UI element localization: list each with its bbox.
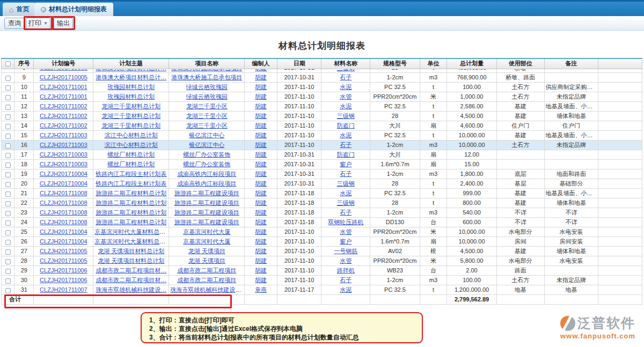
cell-material-link[interactable]: 三级钢 [337,200,355,206]
table-row-clipped[interactable]: 8CLZJH201710005港珠澳大桥项目材料总计…港珠澳大桥施工总承包项目胡… [2,69,642,72]
table-row[interactable]: 22CLZJH201711008旅游路二期工程材料总计划旅游路二期工程建设项目胡… [2,198,642,208]
cell-material-link[interactable]: 水管 [340,93,352,100]
cell-compiler-link[interactable]: 胡建 [255,84,267,90]
table-row[interactable]: 24CLZJH201711008旅游路二期工程材料总计划旅游路二期工程建设项目胡… [2,217,642,227]
cell-plan-no-link[interactable]: CLZJH201711003 [40,132,87,138]
cell-plan-no-link[interactable]: CLZJH201711001 [40,84,87,90]
cell-project-link[interactable]: 旅游路二期工程建设项目 [174,209,239,216]
cell-plan-no-link[interactable]: CLZJH201711005 [40,248,87,254]
cell-project-link[interactable]: 成都市政二期工程项目 [177,277,236,283]
cell-project-link[interactable]: 旅游路二期工程建设项目 [174,219,239,225]
cell-material-link[interactable]: 水泥 [340,84,352,90]
cell-subject-link[interactable]: 螺丝厂材料总计划 [107,161,155,167]
cell-subject-link[interactable]: 京基滨河时代大厦材料总计划 [94,228,169,235]
cell-project-link[interactable]: 龙湖三千里小区 [186,122,228,129]
cell-material-link[interactable]: 窗户 [340,238,352,245]
cell-compiler-link[interactable]: 胡建 [255,74,267,80]
cell-project-link[interactable]: 绿城云栖玫瑰园 [186,93,228,100]
row-checkbox[interactable] [5,95,11,100]
cell-subject-link[interactable]: 旅游路二期工程材料总计划 [96,209,166,216]
print-button[interactable]: 打印 ▼ [26,18,50,29]
table-row[interactable]: 18CLZJH201710003螺丝厂材料总计划螺丝厂办公室装饰胡建2017-1… [2,159,642,169]
row-checkbox[interactable] [5,163,11,168]
table-row[interactable]: 14CLZJH201711002龙湖三千里材料总计划龙湖三千里小区胡建2017-… [2,121,642,130]
row-checkbox[interactable] [5,230,11,235]
cell-material-link[interactable]: 窗户 [340,161,352,167]
cell-project-link[interactable]: 银亿滨江中心 [189,132,224,138]
row-checkbox[interactable] [5,172,11,178]
cell-material-link[interactable]: 防盗门 [337,151,355,158]
cell-plan-no-link[interactable]: CLZJH201710004 [40,180,87,187]
cell-subject-link[interactable]: 玫瑰园材料总计划 [107,84,155,90]
cell-material-link[interactable]: 三级钢 [337,69,355,71]
cell-compiler-link[interactable]: 胡建 [255,277,267,283]
cell-plan-no-link[interactable]: CLZJH201710004 [40,171,87,177]
export-button[interactable]: 输出 [54,18,73,29]
cell-material-link[interactable]: 水泥 [340,190,352,196]
cell-plan-no-link[interactable]: CLZJH201711004 [40,228,87,235]
cell-project-link[interactable]: 螺丝厂办公室装饰 [183,161,230,167]
cell-plan-no-link[interactable]: CLZJH201711006 [40,277,87,283]
table-row[interactable]: 29CLZJH201711006成都市政二期工程项目材…成都市政二期工程项目胡建… [2,265,642,275]
cell-compiler-link[interactable]: 胡建 [255,103,267,109]
cell-compiler-link[interactable]: 胡建 [255,228,267,235]
cell-compiler-link[interactable]: 章燕 [255,286,267,293]
cell-subject-link[interactable]: 珠海市双雄机械科技建设… [96,286,166,293]
table-row[interactable]: 25CLZJH201711004京基滨河时代大厦材料总计划京基滨河时代大厦胡建2… [2,227,642,237]
tab-material-report[interactable]: 材料总计划明细报表 × [34,3,113,16]
cell-compiler-link[interactable]: 胡建 [255,69,267,71]
row-checkbox[interactable] [5,278,11,284]
cell-compiler-link[interactable]: 胡建 [255,132,267,138]
cell-compiler-link[interactable]: 胡建 [255,248,267,254]
cell-plan-no-link[interactable]: CLZJH201711001 [40,93,87,100]
cell-material-link[interactable]: 路拌机 [337,267,355,274]
cell-project-link[interactable]: 京基滨河时代大厦 [183,228,230,235]
table-row[interactable]: 23CLZJH201711008旅游路二期工程材料总计划旅游路二期工程建设项目胡… [2,208,642,217]
cell-project-link[interactable]: 港珠澳大桥施工总承包项目 [171,69,242,71]
table-row[interactable]: 17CLZJH201710003螺丝厂材料总计划螺丝厂办公室装饰胡建2017-1… [2,150,642,159]
cell-project-link[interactable]: 旅游路二期工程建设项目 [174,200,239,206]
cell-project-link[interactable]: 龙湖 天璞项目 [188,257,225,264]
table-row[interactable]: 26CLZJH201711004京基滨河时代大厦材料总计划京基滨河时代大厦胡建2… [2,237,642,246]
cell-project-link[interactable]: 螺丝厂办公室装饰 [183,151,230,158]
row-checkbox[interactable] [5,259,11,264]
cell-subject-link[interactable]: 成都市政二期工程项目材… [96,277,166,283]
cell-project-link[interactable]: 珠海市双雄机械科技建设项目 [170,286,245,293]
cell-project-link[interactable]: 成渝高铁内江标段项目 [177,180,236,187]
cell-plan-no-link[interactable]: CLZJH201710005 [40,74,87,80]
cell-subject-link[interactable]: 滨江中心材料总计划 [105,132,158,138]
cell-compiler-link[interactable]: 胡建 [255,113,267,119]
cell-material-link[interactable]: 水泥 [340,132,352,138]
cell-plan-no-link[interactable]: CLZJH201711005 [40,257,87,264]
cell-plan-no-link[interactable]: CLZJH201711002 [40,122,87,129]
cell-material-link[interactable]: 水管 [340,228,352,235]
cell-subject-link[interactable]: 旅游路二期工程材料总计划 [96,190,166,196]
cell-compiler-link[interactable]: 胡建 [255,257,267,264]
cell-project-link[interactable]: 成都市政二期工程项目 [177,267,236,274]
row-checkbox[interactable] [5,240,11,245]
cell-plan-no-link[interactable]: CLZJH201711008 [40,209,87,216]
cell-compiler-link[interactable]: 胡建 [255,190,267,196]
row-checkbox[interactable] [5,211,11,216]
cell-material-link[interactable]: 水泥 [340,286,352,293]
table-row[interactable]: 10CLZJH201711001玫瑰园材料总计划绿城云栖玫瑰园胡建2017-11… [2,82,642,92]
table-row[interactable]: 21CLZJH201711008旅游路二期工程材料总计划旅游路二期工程建设项目胡… [2,188,642,198]
row-checkbox[interactable] [5,191,11,197]
row-checkbox[interactable] [5,220,11,226]
cell-compiler-link[interactable]: 胡建 [255,171,267,177]
cell-compiler-link[interactable]: 胡建 [255,161,267,167]
cell-material-link[interactable]: 一号钢筋 [334,248,357,254]
cell-subject-link[interactable]: 港珠澳大桥项目材料总计… [96,69,166,71]
cell-material-link[interactable]: 石子 [340,171,352,177]
cell-material-link[interactable]: 石子 [340,142,352,148]
cell-subject-link[interactable]: 玫瑰园材料总计划 [107,93,155,100]
cell-plan-no-link[interactable]: CLZJH201711007 [40,286,87,293]
cell-compiler-link[interactable]: 胡建 [255,238,267,245]
cell-compiler-link[interactable]: 胡建 [255,122,267,129]
table-row[interactable]: 15CLZJH201711003滨江中心材料总计划银亿滨江中心胡建2017-11… [2,130,642,140]
cell-subject-link[interactable]: 龙湖三千里材料总计划 [101,113,160,119]
cell-project-link[interactable]: 京基滨河时代大厦 [183,238,230,245]
cell-plan-no-link[interactable]: CLZJH201711006 [40,267,87,274]
row-checkbox[interactable] [5,105,11,110]
table-row[interactable]: 19CLZJH201710004铁路内江工程段主材计划表成渝高铁内江标段项目胡建… [2,169,642,179]
